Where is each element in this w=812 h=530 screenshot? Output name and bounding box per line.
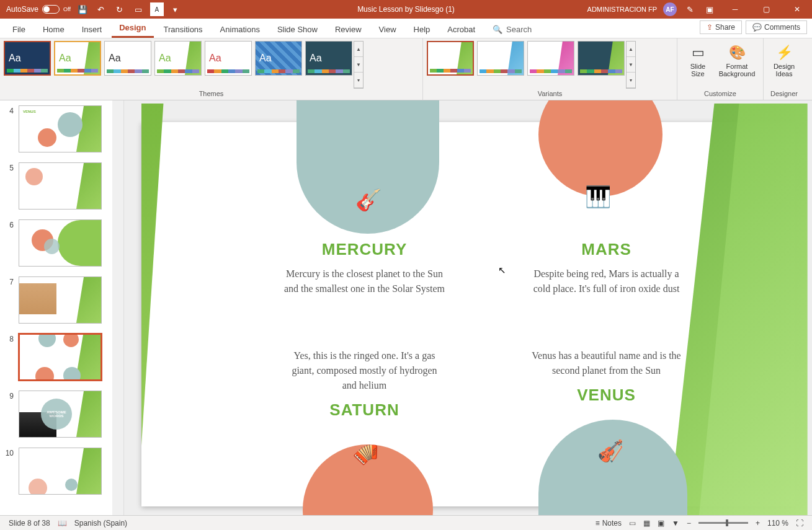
design-ideas-icon: ⚡ <box>776 45 793 61</box>
balalaika-icon: 🎻 <box>597 438 623 463</box>
scroll-up-icon[interactable]: ▲ <box>627 42 635 57</box>
theme-thumb-1[interactable]: Aa <box>4 41 51 76</box>
view-slideshow-icon[interactable]: ▼ <box>668 516 683 530</box>
tab-transitions[interactable]: Transitions <box>156 21 210 38</box>
fit-window-icon[interactable]: ⛶ <box>792 516 807 530</box>
spellcheck-icon[interactable]: 📖 <box>54 516 71 530</box>
scroll-more-icon[interactable]: ▾ <box>627 73 635 88</box>
zoom-out-button[interactable]: − <box>683 516 695 530</box>
theme-thumb-4[interactable]: Aa <box>154 41 202 76</box>
present-icon[interactable]: ▭ <box>132 2 145 16</box>
redo-icon[interactable]: ↻ <box>113 2 127 16</box>
scroll-up-icon[interactable]: ▲ <box>354 42 363 57</box>
qat-item[interactable]: A <box>150 2 164 16</box>
scroll-down-icon[interactable]: ▼ <box>627 57 635 73</box>
autosave-switch[interactable] <box>42 5 60 14</box>
thumbnail-8[interactable]: 8 <box>0 329 123 386</box>
share-button[interactable]: ⇪Share <box>700 20 742 34</box>
comments-label: Comments <box>764 23 800 32</box>
saturn-body: Yes, this is the ringed one. It's a gas … <box>284 348 445 393</box>
saturn-title: SATURN <box>284 400 445 420</box>
qat-more-icon[interactable]: ▾ <box>169 2 182 16</box>
slide-size-button[interactable]: ▭Slide Size <box>681 41 715 89</box>
thumb-num: 5 <box>2 162 14 210</box>
comments-button[interactable]: 💬Comments <box>746 20 807 34</box>
document-title: Music Lesson by Slidesgo (1) <box>357 5 455 14</box>
themes-scroll[interactable]: ▲▼▾ <box>354 41 364 89</box>
tab-design[interactable]: Design <box>112 19 153 38</box>
slide-counter[interactable]: Slide 8 of 38 <box>5 516 54 530</box>
undo-icon[interactable]: ↶ <box>94 2 108 16</box>
tab-file[interactable]: File <box>5 21 33 38</box>
search-icon: 🔍 <box>493 25 502 34</box>
thumbnail-7[interactable]: 7 <box>0 272 123 329</box>
thumbnail-5[interactable]: 5 <box>0 157 123 214</box>
tab-insert[interactable]: Insert <box>74 21 110 38</box>
theme-thumb-7[interactable]: Aa <box>305 41 352 76</box>
venus-block[interactable]: Venus has a beautiful name and is the se… <box>526 348 687 412</box>
autosave-state: Off <box>63 6 71 12</box>
thumb-num: 8 <box>2 333 14 381</box>
decoration-green-left <box>141 104 216 516</box>
search-box[interactable]: 🔍 Search <box>485 21 539 38</box>
accordion-icon: 🪗 <box>352 441 378 466</box>
minimize-button[interactable]: ─ <box>723 0 747 19</box>
scroll-down-icon[interactable]: ▼ <box>354 57 363 73</box>
tab-help[interactable]: Help <box>406 21 438 38</box>
account-name[interactable]: ADMINISTRACION FP <box>587 6 657 13</box>
theme-thumb-3[interactable]: Aa <box>104 41 151 76</box>
thumb-num: 9 <box>2 391 14 438</box>
mercury-block[interactable]: MERCURY Mercury is the closest planet to… <box>284 240 445 296</box>
view-sorter-icon[interactable]: ▦ <box>640 516 654 530</box>
themes-gallery: Aa Aa Aa Aa Aa Aa Aa <box>4 41 352 78</box>
variant-thumb-3[interactable] <box>527 41 574 76</box>
thumbnail-6[interactable]: 6 <box>0 214 123 272</box>
mars-block[interactable]: MARS Despite being red, Mars is actually… <box>526 240 687 296</box>
variant-thumb-2[interactable] <box>477 41 524 76</box>
maximize-button[interactable]: ▢ <box>754 0 779 19</box>
tab-review[interactable]: Review <box>328 21 369 38</box>
variants-scroll[interactable]: ▲▼▾ <box>626 41 636 89</box>
thumbnail-10[interactable]: 10 <box>0 443 123 500</box>
zoom-level[interactable]: 110 % <box>764 516 792 530</box>
ribbon-display-icon[interactable]: ▣ <box>703 2 716 16</box>
notes-button[interactable]: ≡ Notes <box>592 516 625 530</box>
tab-acrobat[interactable]: Acrobat <box>440 21 483 38</box>
zoom-in-button[interactable]: + <box>752 516 764 530</box>
tab-slideshow[interactable]: Slide Show <box>270 21 325 38</box>
close-button[interactable]: ✕ <box>785 0 810 19</box>
thumbnail-4[interactable]: 4VENUS <box>0 100 123 157</box>
slide-canvas[interactable]: 🎸 🎹 🪗 🎻 MERCURY Mercury is the closest p… <box>141 122 795 506</box>
language-indicator[interactable]: Spanish (Spain) <box>71 516 131 530</box>
design-ideas-button[interactable]: ⚡Design Ideas <box>767 41 801 89</box>
tab-home[interactable]: Home <box>35 21 72 38</box>
account-avatar[interactable]: AF <box>663 2 677 16</box>
slide-thumbnail-panel[interactable]: 4VENUS 5 6 7 8 9AWESOME WORDS 10 <box>0 100 124 515</box>
view-reading-icon[interactable]: ▣ <box>654 516 668 530</box>
format-bg-label: Format Background <box>719 63 756 77</box>
save-icon[interactable]: 💾 <box>76 2 89 16</box>
shape-mercury-blob <box>297 100 439 234</box>
slide-editor[interactable]: 🎸 🎹 🪗 🎻 MERCURY Mercury is the closest p… <box>124 100 812 515</box>
theme-thumb-2[interactable]: Aa <box>54 41 101 76</box>
thumbnail-scrollbar[interactable] <box>112 100 123 515</box>
view-normal-icon[interactable]: ▭ <box>625 516 640 530</box>
tab-view[interactable]: View <box>372 21 404 38</box>
mars-body: Despite being red, Mars is actually a co… <box>526 267 687 296</box>
coming-soon-icon[interactable]: ✎ <box>683 2 697 16</box>
thumb-label: VENUS <box>23 110 36 113</box>
autosave-toggle[interactable]: AutoSave Off <box>6 5 71 14</box>
thumbnail-9[interactable]: 9AWESOME WORDS <box>0 386 123 443</box>
theme-thumb-5[interactable]: Aa <box>205 41 252 76</box>
scroll-more-icon[interactable]: ▾ <box>354 73 363 88</box>
saturn-block[interactable]: Yes, this is the ringed one. It's a gas … <box>284 348 445 427</box>
tab-animations[interactable]: Animations <box>213 21 267 38</box>
thumb-num: 4 <box>2 105 14 152</box>
format-background-button[interactable]: 🎨Format Background <box>715 41 759 89</box>
zoom-slider[interactable] <box>698 522 748 524</box>
theme-thumb-6[interactable]: Aa <box>255 41 302 76</box>
ribbon: Aa Aa Aa Aa Aa Aa Aa ▲▼▾ Themes ▲▼▾ Vari… <box>0 38 812 100</box>
variant-thumb-1[interactable] <box>427 41 474 76</box>
guitar-icon: 🎸 <box>355 187 381 212</box>
variant-thumb-4[interactable] <box>578 41 625 76</box>
